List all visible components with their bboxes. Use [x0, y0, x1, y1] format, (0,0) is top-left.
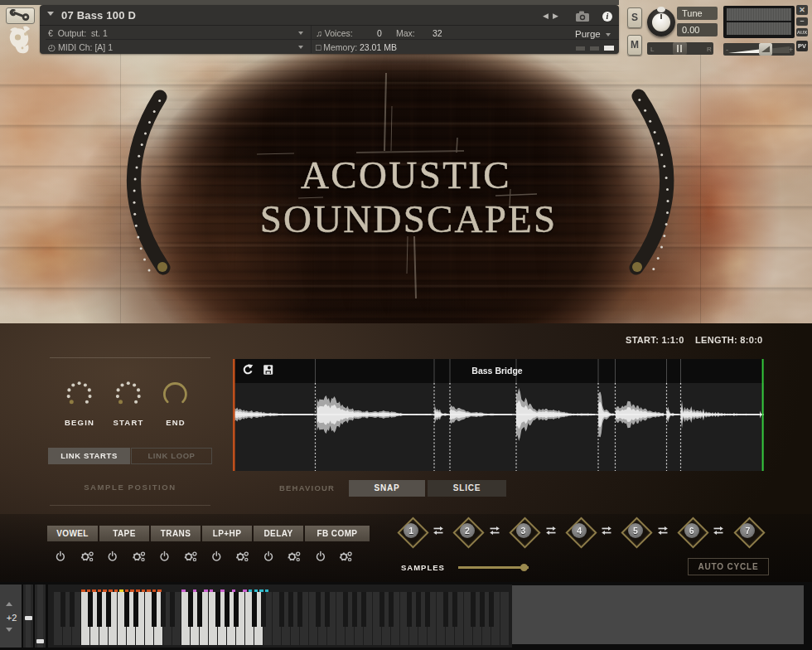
svg-text:+: + [789, 46, 793, 54]
svg-text:-: - [726, 46, 728, 54]
